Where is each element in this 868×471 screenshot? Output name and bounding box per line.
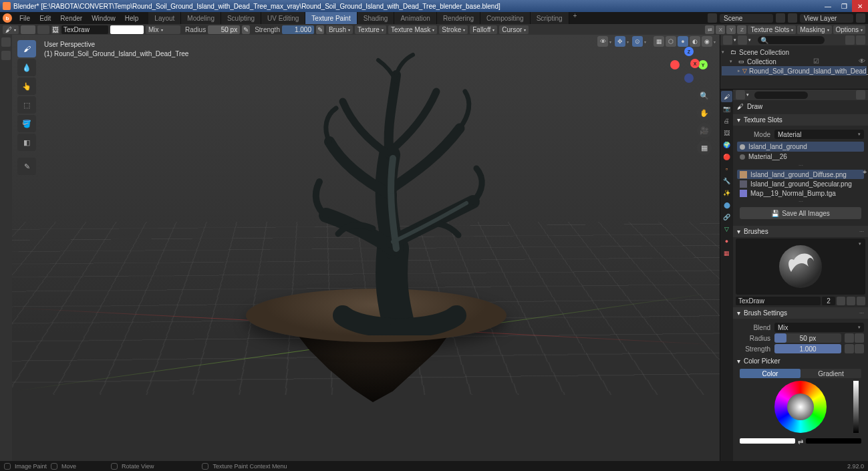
selectability-dd[interactable]: ▾ (609, 36, 613, 47)
bs-strength-slider[interactable]: 1.000 (774, 344, 841, 353)
falloff-dropdown[interactable]: Falloff▾ (470, 25, 497, 34)
panel-brush-settings-header[interactable]: ▾Brush Settings ⋯ (733, 307, 868, 319)
brush-preview-dd[interactable]: ▾ (859, 241, 861, 247)
ws-compositing[interactable]: Compositing (480, 12, 531, 24)
img-tool-icon[interactable] (1, 51, 11, 60)
cursor-dropdown[interactable]: Cursor▾ (499, 25, 529, 34)
outliner-mode-icon[interactable] (738, 35, 747, 45)
ptab-physics[interactable]: ⬤ (721, 199, 732, 210)
ws-add[interactable]: + (569, 12, 581, 24)
ws-rendering[interactable]: Rendering (437, 12, 480, 24)
tool-fill[interactable]: 🪣 (17, 115, 36, 132)
mirror-z[interactable]: Z (737, 25, 746, 34)
panel-brushes-header[interactable]: ▾Brushes ⋯ (733, 226, 868, 237)
subpanel-color-picker-header[interactable]: ▾Color Picker (737, 355, 864, 367)
gizmo-toggle-icon[interactable]: ✥ (615, 36, 625, 47)
panel-bs-grip[interactable]: ⋯ (859, 311, 864, 316)
menu-help[interactable]: Help (120, 15, 144, 22)
ws-modeling[interactable]: Modeling (181, 12, 221, 24)
gradient-tab[interactable]: Gradient (801, 369, 861, 378)
mirror-y[interactable]: Y (726, 25, 736, 34)
ptab-constraints[interactable]: 🔗 (721, 211, 732, 222)
gizmo-y[interactable]: Y (698, 60, 708, 69)
ws-shading[interactable]: Shading (357, 12, 395, 24)
image-row-0[interactable]: Island_land_ground_Diffuse.png (737, 170, 864, 179)
mirror-icon[interactable]: ⇄ (705, 25, 714, 34)
secondary-color-swatch[interactable] (806, 438, 861, 444)
brush-preset-picker[interactable] (21, 25, 35, 34)
overlays-dd[interactable]: ▾ (644, 36, 648, 47)
panel-brushes-grip[interactable]: ⋯ (859, 229, 864, 234)
scene-field[interactable]: Scene (720, 14, 773, 23)
prop-pin-icon[interactable] (856, 90, 865, 100)
brush-users[interactable]: 2 (822, 297, 835, 305)
outliner-new-collection-icon[interactable] (856, 35, 865, 45)
brush-unlink-icon[interactable] (857, 297, 865, 305)
gizmo-z[interactable]: Z (684, 47, 694, 56)
brush-name-field[interactable]: TexDraw (61, 25, 108, 34)
prop-header-icon[interactable] (736, 90, 745, 100)
ptab-modifiers[interactable]: 🔧 (721, 175, 732, 186)
persp-ortho-icon[interactable]: ▦ (697, 140, 712, 155)
menu-file[interactable]: File (15, 15, 35, 22)
selectability-icon[interactable]: 👁 (597, 36, 608, 47)
shade-solid-icon[interactable]: ● (678, 36, 688, 47)
tool-annotate[interactable]: ✎ (17, 158, 36, 175)
img-list-grip[interactable]: ⋯ (737, 199, 864, 204)
masking-popover[interactable]: Masking▾ (797, 25, 831, 34)
ws-scripting[interactable]: Scripting (531, 12, 569, 24)
outliner-search[interactable]: 🔍 (758, 36, 825, 44)
brush-link-icon[interactable]: 🖼 (51, 25, 59, 34)
ptab-object[interactable]: ▫ (721, 163, 732, 174)
collection-enable-icon[interactable]: ☑ (813, 57, 821, 65)
zoom-icon[interactable]: 🔍 (697, 88, 712, 103)
shade-wire-icon[interactable]: ⬡ (666, 36, 676, 47)
mode-dropdown[interactable]: Material (774, 130, 864, 139)
brush-color-swatch[interactable] (110, 25, 144, 34)
strength-pressure-icon[interactable]: ✎ (316, 25, 324, 34)
brush-preview[interactable]: ▾ (736, 239, 865, 295)
ws-layout[interactable]: Layout (148, 12, 181, 24)
ws-uv[interactable]: UV Editing (261, 12, 305, 24)
brush-name-field-prop[interactable]: TexDraw (736, 297, 821, 305)
viewlayer-browse-icon[interactable] (788, 13, 797, 23)
menu-edit[interactable]: Edit (35, 15, 55, 22)
close-button[interactable]: ✕ (852, 0, 868, 12)
brush-new-icon[interactable] (847, 297, 855, 305)
ptab-world[interactable]: 🔴 (721, 151, 732, 162)
blender-logo-icon[interactable]: b (3, 13, 12, 23)
menu-window[interactable]: Window (87, 15, 120, 22)
texture-slots-popover[interactable]: Texture Slots▾ (748, 25, 796, 34)
radius-pressure-icon[interactable]: ✎ (242, 25, 250, 34)
outliner-object[interactable]: ▸▽Round_Soil_Ground_Island_with_Dead_T..… (722, 66, 867, 75)
material-row-0[interactable]: Island_land_ground (737, 142, 864, 152)
ptab-texture[interactable]: ▦ (721, 247, 732, 259)
viewlayer-field[interactable]: View Layer (800, 14, 853, 23)
swap-colors-icon[interactable]: ⇄ (797, 438, 805, 446)
tool-mask[interactable]: ◧ (17, 134, 36, 151)
collection-visible-icon[interactable]: 👁 (859, 57, 867, 65)
ptab-viewlayer[interactable]: 🖼 (721, 127, 732, 138)
color-picker[interactable] (737, 381, 864, 438)
bs-blend-dropdown[interactable]: Mix (774, 323, 864, 332)
tool-smear[interactable]: 👆 (17, 77, 36, 95)
tool-clone[interactable]: ⬚ (17, 96, 36, 114)
radius-unit-toggle[interactable] (855, 333, 864, 343)
ptab-tool[interactable]: 🖌 (721, 91, 732, 102)
img-editor-icon[interactable] (1, 37, 11, 47)
gizmo-x-neg[interactable] (670, 60, 680, 69)
menu-render[interactable]: Render (55, 15, 87, 22)
tool-soften[interactable]: 💧 (17, 59, 36, 76)
ptab-scene[interactable]: 🌍 (721, 139, 732, 150)
camera-icon[interactable]: 🎥 (697, 123, 712, 138)
blend-dropdown[interactable]: Mix▾ (146, 25, 180, 34)
strength-unit-toggle[interactable] (855, 344, 864, 353)
ws-texturepaint[interactable]: Texture Paint (305, 12, 357, 24)
editor-type-dropdown[interactable]: 🖌▾ (3, 25, 19, 34)
color-tab[interactable]: Color (740, 369, 801, 378)
texture-mask-dropdown[interactable]: Texture Mask▾ (388, 25, 437, 34)
brush-curve-icon[interactable] (37, 25, 49, 34)
ptab-output[interactable]: 🖨 (721, 115, 732, 126)
image-row-1[interactable]: Island_land_ground_Specular.png (737, 179, 864, 188)
scene-browse-icon[interactable] (708, 13, 717, 23)
